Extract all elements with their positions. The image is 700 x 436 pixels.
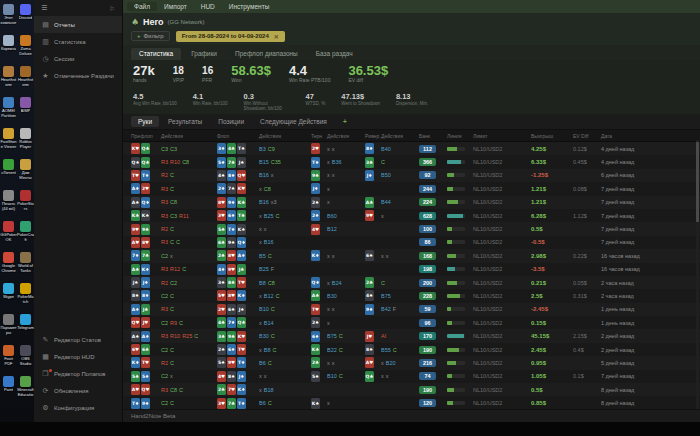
table-row[interactable]: K♥Q♣C3C33♦4♣T♠B3C92♥xx8♦B40112NL10/USD24… <box>123 142 700 155</box>
table-row[interactable]: A♥Q♥R3C8C2♣7♥K♦xB18190NL10/USD20.5$8 дне… <box>123 383 700 396</box>
column-header[interactable]: Ривер <box>365 133 381 139</box>
column-header[interactable]: Префлоп <box>131 133 161 139</box>
column-header[interactable]: Банк <box>419 133 447 139</box>
table-row[interactable]: A♥8♥R3CC6♣9♠Q♦xB1686NL10/USD2-0.5$7 дней… <box>123 236 700 249</box>
sidebar-item[interactable]: ▦Редактор HUD <box>34 348 122 365</box>
column-header[interactable]: Лимит <box>473 133 531 139</box>
column-header[interactable]: EV Diff <box>573 133 601 139</box>
table-row[interactable]: K♦T♥R2C5♠9♥T♦B6C2♣xxA♥xB20216NL10/USD20.… <box>123 356 700 369</box>
desktop-icon[interactable]: Google Chrome <box>0 250 17 281</box>
clear-filter-icon[interactable]: ✕ <box>274 33 279 40</box>
hand-tab[interactable]: Результаты <box>161 116 209 127</box>
card: 7♦ <box>131 250 140 261</box>
desktop-icon[interactable]: Этот компьютер <box>0 2 17 33</box>
table-row[interactable]: A♠A♦R3R10R25C3♣9♣K♥B30C6♦B75CJ♥AI170NL10… <box>123 329 700 342</box>
desktop-icon[interactable]: Zuma Deluxe <box>17 33 34 64</box>
desktop-icon[interactable]: Skype <box>0 281 17 312</box>
sidebar-item[interactable]: ⚙Конфигурация <box>34 399 122 416</box>
add-tab-button[interactable]: + <box>336 116 354 127</box>
desktop-icon[interactable]: AOMEI Partition <box>0 95 17 126</box>
sidebar-item[interactable]: ★Отмеченные Раздачи <box>34 67 122 84</box>
column-header[interactable]: Линия <box>447 133 473 139</box>
column-header[interactable]: Действия <box>259 133 311 139</box>
hand-tab[interactable]: Руки <box>131 116 159 127</box>
column-header[interactable]: Действия <box>327 133 365 139</box>
pot-badge: 59 <box>419 305 436 313</box>
table-row[interactable]: 6♥6♣C2C2♠6♦T♥xB8CK♣B22C8♠B55C190NL10/USD… <box>123 343 700 356</box>
menubar-item[interactable]: Инструменты <box>222 2 277 11</box>
scrollbar[interactable] <box>696 140 699 409</box>
tab[interactable]: Префлоп диапазоны <box>227 48 306 60</box>
desktop-icon[interactable]: PokerMatch <box>17 281 34 312</box>
hand-tab[interactable]: Следующие Действия <box>253 116 334 127</box>
hamburger-icon[interactable]: ☰ <box>41 4 47 12</box>
desktop-icon[interactable]: GGPokerOK <box>0 219 17 250</box>
desktop-icon[interactable]: PokerCraft <box>17 219 34 250</box>
table-row[interactable]: 7♦7♣C2x2♣8♥A♦B5CK♦xx6♠xx168NL10/USD22.98… <box>123 249 700 262</box>
card: 2♥ <box>217 304 226 315</box>
column-header[interactable]: Действия <box>161 133 217 139</box>
column-header[interactable]: Действия <box>381 133 419 139</box>
sidebar-item[interactable]: ❐Редактор Попапов <box>34 365 122 382</box>
desktop-icon[interactable]: PokerStars <box>17 188 34 219</box>
pot-badge: 216 <box>419 359 436 367</box>
table-row[interactable]: 9♥9♣R2C5♣T♦K♠xx4♥B12100NL10/USD20.5$7 дн… <box>123 222 700 235</box>
sidebar-item[interactable]: ✎Редактор Статов <box>34 331 122 348</box>
date-filter-chip[interactable]: From 28-08-2024 to 04-09-2024 ✕ <box>176 31 285 42</box>
table-row[interactable]: T♦9♦C2C3♥7♣T♦B6CK♠x120NL10/USD20.85$8 дн… <box>123 396 700 409</box>
desktop-icon[interactable]: AIMP <box>17 95 34 126</box>
sidebar-item[interactable]: ▥Статистика <box>34 33 122 50</box>
desktop-icon[interactable]: World of Tanks EU <box>17 250 34 281</box>
desktop-icon[interactable]: Foxit PDF Reader <box>0 343 17 374</box>
desktop-icon[interactable]: FastStone Viewer <box>0 126 17 157</box>
desktop-icon[interactable]: OBS Studio <box>17 343 34 374</box>
desktop-icon[interactable]: Hearthstone <box>0 64 17 95</box>
hole-cards: T♦9♦ <box>131 398 161 409</box>
desktop-icon[interactable]: Roblox Player <box>17 126 34 157</box>
turn-card: K♣ <box>311 344 327 355</box>
menubar-item[interactable]: HUD <box>194 2 222 11</box>
desktop-icon[interactable]: Telegram <box>17 312 34 343</box>
column-header[interactable]: Выигрыш <box>531 133 573 139</box>
desktop-icon[interactable]: Параметры <box>0 312 17 343</box>
desktop-icon[interactable]: Корзина <box>0 33 17 64</box>
sidebar-item[interactable]: ⟳Обновления <box>34 382 122 399</box>
desktop-icon-label: Paint <box>4 388 13 393</box>
menubar-item[interactable]: Файл <box>127 2 157 11</box>
table-row[interactable]: A♠Q♦R3C88♥9♦K♣B16x32♠xA♣B44224NL10/USD21… <box>123 196 700 209</box>
desktop-icon[interactable]: Дом Мечты <box>17 157 34 188</box>
hand-date: 16 часов назад <box>601 266 694 272</box>
table-row[interactable]: Q♥J♥C2R9C4♣7♦Q♣xB142♠x96NL10/USD20.15$1 … <box>123 316 700 329</box>
table-row[interactable]: T♥T♦R2C4♠8♦Q♥B16x9♣xxJ♦B5092NL10/USD2-1.… <box>123 169 700 182</box>
desktop-icon[interactable]: Печать (44 мб) <box>0 188 17 219</box>
desktop-icon-image <box>3 221 14 232</box>
column-header[interactable]: Флоп <box>217 133 259 139</box>
tab[interactable]: Графики <box>183 48 225 60</box>
desktop-icon[interactable]: Minecraft Education <box>17 374 34 405</box>
table-row[interactable]: A♦J♣R3C2♥6♠J♠B10CT♥xx9♦B42F59NL10/USD2-2… <box>123 303 700 316</box>
column-header[interactable]: Дата <box>601 133 694 139</box>
table-row[interactable]: J♠J♦R2C23♠8♣T♥B8C8Q♦xB242♣C200NL10/USD20… <box>123 276 700 289</box>
scrollbar-thumb[interactable] <box>696 142 699 222</box>
tab[interactable]: Статистика <box>131 48 181 60</box>
tab[interactable]: База раздач <box>308 48 361 60</box>
table-row[interactable]: 5♣5♦C2x4♥8♠J♦xx5♠B10CQ♣xx74NL10/USD21.05… <box>123 370 700 383</box>
table-row[interactable]: 8♠8♦C2C5♥8♥K♦xB12CA♣B304♠B75228NL10/USD2… <box>123 289 700 302</box>
filter-button[interactable]: + Фильтр <box>131 31 170 41</box>
column-header[interactable]: Терн <box>311 133 327 139</box>
desktop-icon[interactable]: Paint <box>0 374 17 405</box>
desktop-icon[interactable]: Discord <box>17 2 34 33</box>
card: 2♣ <box>365 277 374 288</box>
action-label: x <box>386 253 389 259</box>
sidebar-item[interactable]: ▤Отчеты <box>34 16 122 33</box>
table-row[interactable]: A♦2♥R3C2♦7♠K♥xC8J♦x244NL10/USD21.21$0.08… <box>123 182 700 195</box>
desktop-icon[interactable]: Hearthstone <box>17 64 34 95</box>
sidebar-item[interactable]: ◷Сессии <box>34 50 122 67</box>
menubar-item[interactable]: Импорт <box>157 2 194 11</box>
pin-icon[interactable]: ⚐ <box>110 5 115 12</box>
hand-tab[interactable]: Позиции <box>211 116 251 127</box>
table-row[interactable]: A♣K♦R3R12C4♦9♥J♣B25F198NL10/USD2-3.5$16 … <box>123 263 700 276</box>
table-row[interactable]: K♣K♠R3C3R113♥6♦T♣xB25C2♦B609♥x628NL10/US… <box>123 209 700 222</box>
table-row[interactable]: Q♠Q♣R3R10C85♦7♣J♠B15C35T♦xB363♣C366NL10/… <box>123 155 700 168</box>
desktop-icon[interactable]: uTorrent <box>0 157 17 188</box>
